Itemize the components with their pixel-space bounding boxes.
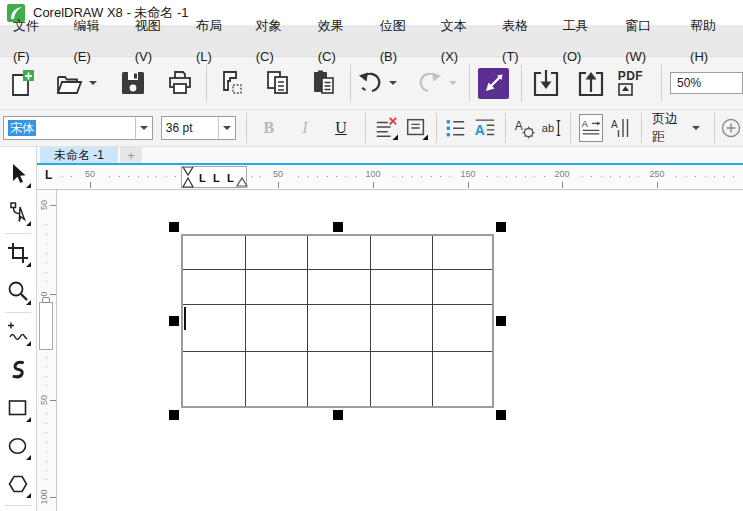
edit-text-button[interactable]: ab [540,114,564,142]
undo-icon [355,68,385,98]
selection-handle[interactable] [169,316,179,326]
document-tab[interactable]: 未命名 -1 [40,147,118,163]
propbar-separator [436,113,437,143]
search-content-button[interactable] [478,63,509,103]
rectangle-tool[interactable] [2,390,34,426]
plus-circle-icon [720,117,742,139]
text-ruler-v-segment[interactable] [39,302,53,350]
italic-button[interactable]: I [293,114,317,142]
ruler-tick [50,400,56,401]
svg-text:A: A [582,119,589,129]
tab-stop-marker: L [227,172,234,184]
table-column-line[interactable] [307,236,308,406]
underline-button[interactable]: U [329,114,353,142]
ruler-tick [50,294,56,295]
frame-alignment-button[interactable] [404,114,428,142]
zoom-level-combo[interactable]: 50% [670,72,743,94]
text-alignment-button[interactable] [374,114,398,142]
redo-button[interactable] [415,63,445,103]
ruler-dot [440,176,441,177]
ruler-dot [46,413,47,414]
margins-button[interactable]: 页边距 [648,115,704,141]
font-list-caret[interactable] [135,117,152,139]
save-button[interactable] [117,63,149,103]
table-object[interactable] [181,234,494,408]
pdf-label: PDF [618,70,644,83]
font-size-combo[interactable]: 36 pt [161,116,236,140]
tab-type-selector[interactable]: L [45,168,52,182]
svg-text:A: A [475,122,485,138]
quick-customize-button[interactable] [719,114,743,142]
table-column-line[interactable] [370,236,371,406]
propbar-separator [570,113,571,143]
selection-handle[interactable] [496,222,506,232]
new-document-button[interactable] [6,63,38,103]
table-row-line[interactable] [183,351,492,352]
freehand-tool[interactable] [2,314,34,350]
table-row-line[interactable] [183,269,492,270]
drop-cap-button[interactable]: A [473,114,497,142]
ruler-dot [260,176,261,177]
bulleted-list-icon [443,115,467,141]
undo-dropdown-caret[interactable] [389,81,397,85]
ruler-dot [46,253,47,254]
table-column-line[interactable] [432,236,433,406]
vertical-text-icon: A [609,116,633,140]
vertical-text-button[interactable]: A [609,114,633,142]
undo-button[interactable] [355,63,385,103]
crop-tool[interactable] [2,235,34,271]
font-size-caret[interactable] [218,117,235,139]
table-row-line[interactable] [183,304,492,305]
table-column-line[interactable] [245,236,246,406]
ruler-tick [562,182,563,188]
bold-button[interactable]: B [257,114,281,142]
save-floppy-icon [118,68,148,98]
ruler-dot [46,281,47,282]
font-name-value: 宋体 [8,120,36,136]
polygon-tool[interactable] [2,466,34,502]
pick-tool[interactable] [2,156,34,192]
print-button[interactable] [165,63,197,103]
horizontal-ruler[interactable]: L L L L 5050100150200250 [37,165,743,190]
cut-button[interactable] [215,63,248,103]
ruler-dot [46,272,47,273]
publish-pdf-button[interactable]: PDF [618,61,651,105]
ruler-dot [138,176,139,177]
selection-handle[interactable] [333,222,343,232]
toolbox-separator [5,312,31,313]
shape-tool[interactable] [2,194,34,230]
copy-button[interactable] [263,63,295,103]
import-button[interactable] [530,63,561,103]
open-dropdown-caret[interactable] [89,81,97,85]
selection-handle[interactable] [496,410,506,420]
ellipse-tool[interactable] [2,428,34,464]
ruler-tick [90,182,91,188]
toolbox [0,147,37,511]
horizontal-text-button[interactable]: A [579,114,603,142]
vertical-ruler[interactable]: 50050100 [37,190,57,511]
character-formatting-button[interactable]: A [512,114,536,142]
import-icon [530,68,561,99]
selection-handle[interactable] [496,316,506,326]
bulleted-list-button[interactable] [443,114,467,142]
ruler-dot [497,176,498,177]
text-ruler-segment[interactable]: L L L [181,166,247,188]
zoom-tool[interactable] [2,273,34,309]
app-window: CorelDRAW X8 - 未命名 -1 文件(F)编辑(E)视图(V)布局(… [0,0,743,511]
ruler-dot [591,176,592,177]
menu-item[interactable]: 帮助(H) [681,10,743,72]
open-button[interactable] [54,63,86,103]
paste-button[interactable] [308,63,340,103]
selection-handle[interactable] [169,222,179,232]
ruler-dot [46,451,47,452]
artistic-media-icon [6,358,30,382]
font-size-value: 36 pt [162,121,218,135]
document-tab-label: 未命名 -1 [54,147,104,164]
export-button[interactable] [575,63,606,103]
font-list-combo[interactable]: 宋体 [3,116,153,140]
new-tab-button[interactable]: + [120,147,142,163]
selection-handle[interactable] [333,410,343,420]
selection-handle[interactable] [169,410,179,420]
artistic-media-tool[interactable] [2,352,34,388]
drawing-canvas[interactable] [57,190,743,511]
